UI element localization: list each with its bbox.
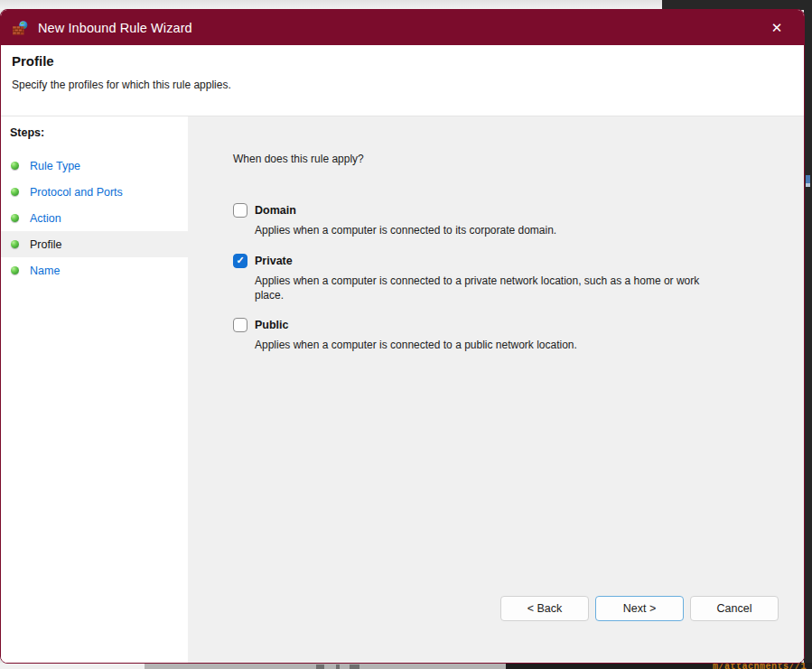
private-description: Applies when a computer is connected to … [255,274,727,303]
titlebar[interactable]: New Inbound Rule Wizard ✕ [1,10,804,45]
close-icon[interactable]: ✕ [764,15,789,41]
background-bottom-strip: m/attachments//1 [0,663,812,669]
sidebar-item-protocol-and-ports[interactable]: Protocol and Ports [1,179,188,205]
background-artifact [336,664,340,669]
wizard-button-bar: < Back Next > Cancel [500,596,779,621]
step-label: Profile [30,238,61,251]
sidebar-item-rule-type[interactable]: Rule Type [1,153,188,179]
profile-options-panel: When does this rule apply? Domain Applie… [188,116,804,663]
step-bullet-icon [11,240,19,248]
background-window-edge [804,10,812,669]
sidebar-item-profile[interactable]: Profile [1,231,188,257]
next-button[interactable]: Next > [595,596,684,621]
back-button[interactable]: < Back [500,596,589,621]
background-browser-fragment: m/attachments//1 [506,663,812,669]
step-label: Action [30,212,61,225]
step-bullet-icon [11,162,19,170]
public-description: Applies when a computer is connected to … [255,339,727,353]
cancel-button[interactable]: Cancel [690,596,779,621]
step-bullet-icon [11,188,19,196]
step-bullet-icon [11,266,19,274]
public-label[interactable]: Public [255,319,289,331]
step-label: Name [30,265,60,277]
firewall-icon [13,21,29,35]
sidebar-item-action[interactable]: Action [1,205,188,231]
domain-description: Applies when a computer is connected to … [255,224,727,238]
profile-option-domain: Domain Applies when a computer is connec… [233,203,804,238]
domain-checkbox[interactable] [233,203,247,218]
background-artifact [806,175,810,183]
wizard-page-header: Profile Specify the profiles for which t… [1,45,804,116]
background-artifact [316,664,324,669]
profile-option-private: Private Applies when a computer is conne… [233,254,804,303]
new-inbound-rule-wizard-dialog: New Inbound Rule Wizard ✕ Profile Specif… [0,9,805,664]
step-bullet-icon [11,214,19,222]
profile-checkbox-list: Domain Applies when a computer is connec… [233,203,804,353]
background-artifact [0,663,145,669]
private-label[interactable]: Private [255,255,293,267]
private-checkbox[interactable] [233,254,247,268]
profile-option-public: Public Applies when a computer is connec… [233,318,804,353]
window-title: New Inbound Rule Wizard [38,21,192,35]
sidebar-item-name[interactable]: Name [1,257,188,283]
background-artifact [806,183,810,187]
page-title: Profile [12,53,791,69]
steps-heading: Steps: [1,121,188,144]
question-text: When does this rule apply? [233,153,804,165]
wizard-content: Steps: Rule Type Protocol and Ports Acti… [1,116,804,663]
step-label: Protocol and Ports [30,186,123,199]
background-artifact [350,664,359,669]
step-label: Rule Type [30,160,80,172]
background-artifact [145,663,506,669]
domain-label[interactable]: Domain [255,204,296,217]
page-subtitle: Specify the profiles for which this rule… [12,79,791,91]
steps-sidebar: Steps: Rule Type Protocol and Ports Acti… [1,116,188,663]
public-checkbox[interactable] [233,318,247,332]
background-url-text: m/attachments//1 [713,663,807,669]
